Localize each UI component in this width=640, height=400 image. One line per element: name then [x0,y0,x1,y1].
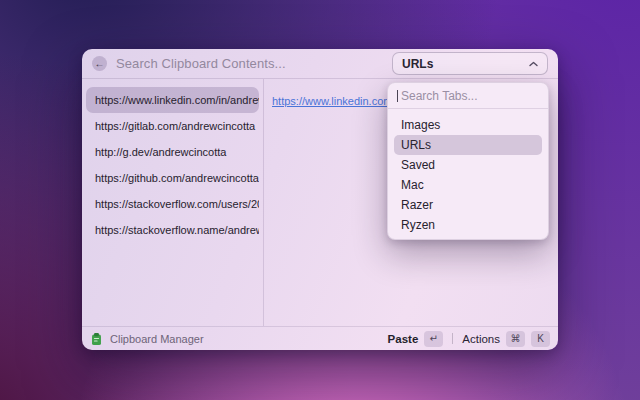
clipboard-manager-window: ← Search Clipboard Contents... URLs http… [82,49,558,350]
clipboard-icon [90,332,103,346]
search-input[interactable]: Search Clipboard Contents... [116,56,392,71]
desktop-background: ← Search Clipboard Contents... URLs http… [0,0,640,400]
menu-item-images[interactable]: Images [394,115,542,135]
back-button[interactable]: ← [92,56,107,71]
tabs-search-input[interactable]: Search Tabs... [388,83,548,108]
footer-actions: Paste ↵ Actions ⌘ K [388,331,550,347]
clipboard-list: https://www.linkedin.com/in/andrew... ht… [82,79,264,326]
chevron-up-icon [529,61,538,67]
menu-item-mac[interactable]: Mac [394,175,542,195]
category-dropdown-value: URLs [402,57,433,71]
action-bar: Clipboard Manager Paste ↵ Actions ⌘ K [82,326,558,350]
menu-item-razer[interactable]: Razer [394,195,542,215]
text-cursor [397,90,398,102]
list-item[interactable]: https://gitlab.com/andrewcincotta [86,113,259,139]
list-item[interactable]: https://www.linkedin.com/in/andrew... [86,87,259,113]
footer-separator [452,333,453,344]
k-key-icon: K [531,331,550,347]
category-dropdown-button[interactable]: URLs [392,52,548,75]
menu-item-urls[interactable]: URLs [394,135,542,155]
list-item[interactable]: http://g.dev/andrewcincotta [86,139,259,165]
menu-item-saved[interactable]: Saved [394,155,542,175]
paste-button[interactable]: Paste [388,333,419,345]
list-item[interactable]: https://stackoverflow.com/users/207... [86,191,259,217]
dropdown-menu: Search Tabs... Images URLs Saved Mac Raz… [387,82,549,240]
menu-item-list: Images URLs Saved Mac Razer Ryzen [388,109,548,241]
list-item[interactable]: https://stackoverflow.name/andrew-... [86,217,259,243]
command-key-icon: ⌘ [506,331,525,347]
app-name-label: Clipboard Manager [110,333,204,345]
detail-link[interactable]: https://www.linkedin.com/ [272,95,396,107]
window-header: ← Search Clipboard Contents... URLs [82,49,558,79]
list-item[interactable]: https://github.com/andrewcincotta [86,165,259,191]
actions-button[interactable]: Actions [462,333,500,345]
menu-item-ryzen[interactable]: Ryzen [394,215,542,235]
app-identity: Clipboard Manager [90,332,204,346]
return-key-icon: ↵ [424,331,443,347]
arrow-left-icon: ← [95,56,105,71]
tabs-search-placeholder: Search Tabs... [401,89,478,103]
